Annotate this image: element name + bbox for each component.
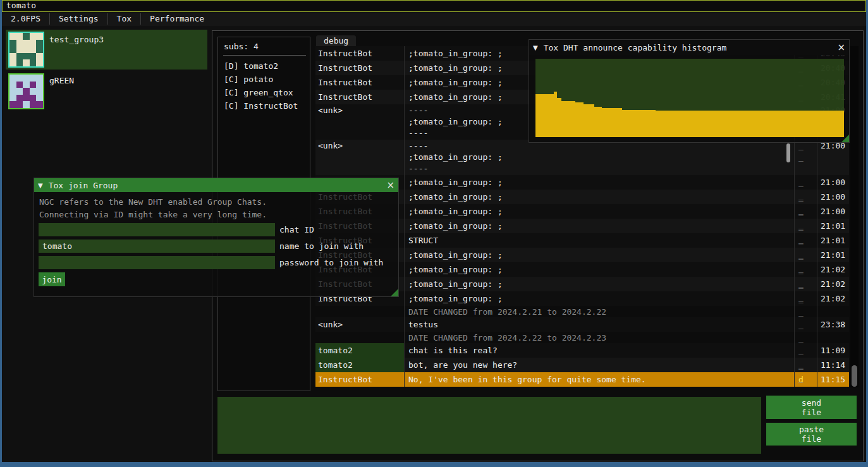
screen-frame: tomato 2.0FPS SettingsToxPerformance tes…: [0, 0, 868, 467]
histogram-bar-segment: [575, 102, 583, 137]
message-time: 11:14: [817, 358, 847, 372]
avatar-cell: [36, 59, 43, 66]
paste-file-label-line2: file: [802, 434, 821, 444]
avatar-cell: [23, 82, 30, 88]
collapse-icon[interactable]: ▼: [38, 182, 43, 189]
sender-name: InstructBot: [315, 90, 404, 104]
avatar-cell: [36, 53, 43, 60]
chat-id-label: chat ID: [279, 225, 314, 234]
menu-item-settings[interactable]: Settings: [50, 12, 107, 26]
join-name-field[interactable]: [39, 240, 275, 253]
join-group-window: ▼ Tox join Group × NGC refers to the New…: [34, 178, 399, 297]
join-group-title: Tox join Group: [49, 181, 118, 190]
message-status: _ _: [794, 262, 817, 277]
message-time: 21:02: [817, 262, 847, 277]
sender-name: <unk>: [315, 104, 404, 140]
sidebar-item-test_group3[interactable]: test_group3: [6, 30, 207, 70]
avatar-cell: [23, 40, 30, 47]
member-item[interactable]: [C] green_qtox: [218, 86, 310, 99]
menu-item-tox[interactable]: Tox: [108, 12, 140, 26]
message-row[interactable]: <unk>----;tomato_in_group: ;----_ _21:00: [315, 140, 849, 175]
message-status: _ _: [794, 204, 817, 219]
member-item[interactable]: [C] potato: [218, 73, 310, 86]
inner-scrollbar-thumb[interactable]: [786, 143, 790, 162]
avatar-cell: [30, 46, 37, 53]
avatar-cell: [36, 46, 43, 53]
avatar-cell: [30, 53, 37, 60]
chat-scrollbar[interactable]: [850, 46, 859, 387]
avatar-cell: [36, 75, 43, 82]
message-status: d _: [794, 372, 817, 387]
histogram-window: ▼ Tox DHT announce capability histogram …: [529, 39, 850, 143]
menu-bar: 2.0FPS SettingsToxPerformance: [2, 12, 866, 26]
message-status: _ _: [794, 175, 817, 190]
sender-name: <unk>: [315, 140, 404, 175]
group-name: gREEN: [49, 76, 74, 85]
close-icon[interactable]: ×: [386, 181, 394, 190]
message-text: ;tomato_in_group: ;: [404, 248, 794, 262]
avatar-cell: [23, 33, 30, 40]
message-text: testus: [404, 317, 794, 332]
close-icon[interactable]: ×: [837, 43, 845, 52]
date-separator-row: DATE CHANGED from 2024.2.21 to 2024.2.22: [315, 306, 849, 317]
message-row[interactable]: <unk>testus_ _23:38: [315, 317, 849, 332]
resize-grip[interactable]: [391, 289, 398, 296]
message-text: ;tomato_in_group: ;: [404, 219, 794, 233]
message-time: 21:01: [817, 248, 847, 262]
message-time: 21:00: [817, 175, 847, 190]
group-name: test_group3: [49, 35, 104, 44]
join-name-label: name to join with: [279, 241, 364, 251]
join-password-field[interactable]: [39, 256, 275, 269]
message-row[interactable]: tomato2bot, are you new here?_ _11:14: [315, 358, 849, 372]
window-titlebar[interactable]: tomato: [2, 0, 866, 12]
histogram-bar-segment: [594, 107, 602, 137]
avatar-cell: [9, 88, 16, 95]
member-item[interactable]: [D] tomato2: [218, 59, 310, 73]
join-group-titlebar[interactable]: ▼ Tox join Group ×: [34, 178, 398, 192]
sidebar-item-green[interactable]: gREEN: [6, 71, 207, 111]
avatar-cell: [16, 40, 23, 47]
avatar-cell: [23, 46, 30, 53]
message-text: ;tomato_in_group: ;: [404, 190, 794, 204]
message-time: 23:38: [817, 317, 847, 332]
send-file-label-line1: send: [802, 398, 821, 408]
histogram-bar-segment: [602, 108, 622, 137]
sender-name: tomato2: [315, 358, 404, 372]
histogram-bar-segment: [622, 110, 656, 137]
avatar-cell: [30, 95, 37, 102]
sender-name: [315, 306, 404, 317]
message-status: _ _: [794, 317, 817, 332]
avatar-cell: [23, 53, 30, 60]
sender-name: InstructBot: [315, 372, 404, 387]
resize-grip[interactable]: [841, 135, 849, 142]
send-file-button[interactable]: send file: [766, 396, 857, 419]
message-row[interactable]: InstructBotNo, I've been in this group f…: [315, 372, 849, 387]
join-button[interactable]: join: [39, 272, 65, 286]
send-file-label-line2: file: [802, 408, 821, 417]
member-item[interactable]: [C] InstructBot: [218, 99, 310, 112]
menu-item-performance[interactable]: Performance: [141, 12, 213, 26]
avatar-cell: [16, 101, 23, 108]
avatar-cell: [23, 95, 30, 102]
date-separator-row: DATE CHANGED from 2024.2.22 to 2024.2.23: [315, 332, 849, 343]
avatar-cell: [9, 33, 16, 40]
avatar-cell: [9, 101, 16, 108]
avatar-cell: [30, 82, 37, 88]
histogram-titlebar[interactable]: ▼ Tox DHT announce capability histogram …: [529, 40, 849, 55]
collapse-icon[interactable]: ▼: [533, 44, 538, 51]
message-text: DATE CHANGED from 2024.2.22 to 2024.2.23: [404, 332, 794, 343]
message-input[interactable]: [217, 397, 761, 454]
paste-file-button[interactable]: paste file: [766, 423, 857, 446]
chat-scrollbar-thumb[interactable]: [852, 365, 857, 387]
message-status: _ _: [794, 140, 817, 175]
sender-name: InstructBot: [315, 46, 404, 61]
avatar-cell: [30, 59, 37, 66]
message-time: 11:09: [817, 343, 847, 358]
chat-id-field[interactable]: [39, 223, 275, 236]
avatar-cell: [36, 101, 43, 108]
message-status: _ _: [794, 277, 817, 291]
ngc-info-line2: Connecting via ID might take a very long…: [39, 209, 398, 221]
message-time: 21:01: [817, 233, 847, 248]
message-row[interactable]: tomato2chat is this real?_ _11:09: [315, 343, 849, 358]
join-password-label: password to join with: [279, 258, 383, 267]
